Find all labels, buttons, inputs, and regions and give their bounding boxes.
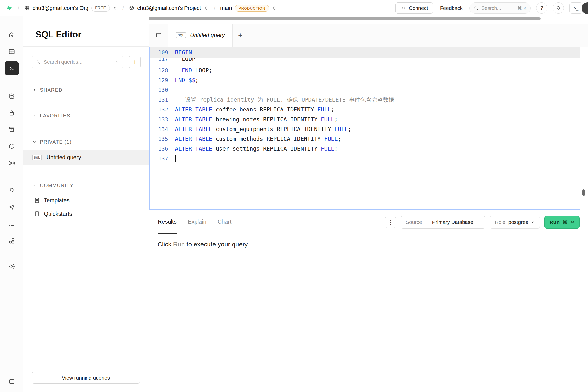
kebab-icon: ⋮ bbox=[388, 219, 394, 226]
document-icon bbox=[34, 211, 40, 217]
code-line[interactable]: 135ALTER TABLE custom_methods REPLICA ID… bbox=[150, 134, 580, 144]
sql-editor-sidebar: SQL Editor + SHARED FAVORITES PRIVATE (1… bbox=[23, 16, 149, 392]
search-icon bbox=[36, 60, 41, 64]
branch-name: main bbox=[220, 5, 232, 11]
tab-chart[interactable]: Chart bbox=[218, 210, 231, 234]
results-actions: ⋮ Source Primary Database Role postgres … bbox=[385, 210, 580, 234]
connect-button[interactable]: Connect bbox=[396, 2, 433, 14]
branch-switcher-chevrons-icon[interactable] bbox=[272, 6, 277, 10]
help-button[interactable]: ? bbox=[536, 2, 547, 14]
code-line[interactable]: 109BEGIN bbox=[150, 47, 580, 58]
run-query-button[interactable]: Run ⌘ ↵ bbox=[544, 216, 580, 228]
section-favorites[interactable]: FAVORITES bbox=[23, 108, 149, 123]
view-running-queries-button[interactable]: View running queries bbox=[32, 372, 140, 384]
help-icon: ? bbox=[540, 5, 543, 11]
sidebar-item-quickstarts[interactable]: Quickstarts bbox=[23, 207, 149, 221]
org-plan-badge: FREE bbox=[92, 5, 110, 12]
storage-icon bbox=[8, 126, 15, 133]
breadcrumb-separator: / bbox=[212, 5, 217, 12]
rail-authentication[interactable] bbox=[0, 110, 23, 116]
supabase-logo-icon[interactable] bbox=[6, 4, 13, 12]
global-search[interactable]: ⌘ K bbox=[470, 2, 531, 14]
database-selector[interactable]: Primary Database bbox=[427, 216, 485, 228]
line-number: 131 bbox=[150, 97, 168, 103]
command-key-icon: ⌘ bbox=[562, 219, 568, 225]
settings-gear-icon bbox=[8, 263, 15, 270]
rail-home[interactable] bbox=[0, 31, 23, 38]
breadcrumb-project[interactable]: chu3@gmail.com's Project bbox=[129, 5, 209, 11]
rail-reports[interactable] bbox=[0, 204, 23, 211]
rail-table-editor[interactable] bbox=[0, 48, 23, 55]
project-icon bbox=[129, 6, 134, 11]
sql-code-editor[interactable]: 109BEGIN117 LOOP128 END LOOP;129END $$;1… bbox=[150, 47, 580, 210]
section-shared[interactable]: SHARED bbox=[23, 82, 149, 97]
org-icon bbox=[24, 6, 30, 11]
line-number: 136 bbox=[150, 146, 168, 152]
new-query-button[interactable]: + bbox=[129, 56, 141, 68]
text-cursor bbox=[175, 155, 176, 162]
breadcrumb-branch[interactable]: main PRODUCTION bbox=[220, 5, 277, 12]
rail-database[interactable] bbox=[0, 93, 23, 100]
collapse-panel-button[interactable] bbox=[150, 24, 168, 46]
rail-integrations[interactable] bbox=[0, 238, 23, 244]
code-line[interactable]: 131-- 设置 replica identity 为 FULL, 确保 UPD… bbox=[150, 95, 580, 104]
code-line[interactable]: 136ALTER TABLE user_settings REPLICA IDE… bbox=[150, 144, 580, 154]
tab-results[interactable]: Results bbox=[158, 210, 177, 234]
sidebar-item-templates[interactable]: Templates bbox=[23, 194, 149, 207]
new-tab-button[interactable]: + bbox=[232, 24, 248, 46]
query-list-item[interactable]: SQL Untitled query bbox=[23, 150, 149, 165]
rail-edge-functions[interactable] bbox=[0, 143, 23, 150]
global-search-input[interactable] bbox=[482, 6, 511, 11]
code-line[interactable]: 130 bbox=[150, 85, 580, 95]
line-number: 129 bbox=[150, 77, 168, 83]
more-options-button[interactable]: ⋮ bbox=[385, 216, 396, 228]
source-selector[interactable]: Source Primary Database bbox=[400, 216, 485, 228]
auth-lock-icon bbox=[8, 110, 15, 116]
tab-explain[interactable]: Explain bbox=[188, 210, 206, 234]
search-icon bbox=[474, 6, 478, 10]
left-icon-rail bbox=[0, 16, 23, 392]
sql-badge-icon: SQL bbox=[176, 32, 186, 38]
breadcrumb-separator: / bbox=[16, 5, 21, 12]
line-number: 133 bbox=[150, 116, 168, 122]
plus-icon: + bbox=[238, 31, 242, 40]
section-community[interactable]: COMMUNITY bbox=[23, 178, 149, 193]
code-line[interactable]: 117 LOOP bbox=[150, 58, 580, 66]
rail-advisors[interactable] bbox=[0, 187, 23, 194]
line-number: 130 bbox=[150, 87, 168, 93]
sort-chevron-icon[interactable] bbox=[115, 60, 119, 64]
code-line[interactable]: 132ALTER TABLE coffee_beans REPLICA IDEN… bbox=[150, 104, 580, 114]
rail-storage[interactable] bbox=[0, 126, 23, 133]
org-name: chu3@gmail.com's Org bbox=[32, 5, 88, 11]
tab-untitled-query[interactable]: SQL Untitled query bbox=[168, 24, 232, 46]
code-line[interactable]: 134ALTER TABLE custom_equipments REPLICA… bbox=[150, 124, 580, 134]
rail-sql-editor[interactable] bbox=[0, 61, 23, 76]
section-private[interactable]: PRIVATE (1) bbox=[23, 134, 149, 149]
query-search-box[interactable] bbox=[32, 56, 124, 68]
divider bbox=[23, 101, 149, 102]
line-number: 134 bbox=[150, 126, 168, 132]
editor-vertical-scrollbar[interactable] bbox=[582, 190, 585, 196]
reports-icon bbox=[8, 204, 15, 211]
rail-logs[interactable] bbox=[0, 220, 23, 227]
code-line[interactable]: 133ALTER TABLE brewing_notes REPLICA IDE… bbox=[150, 114, 580, 124]
feedback-button[interactable]: Feedback bbox=[438, 5, 464, 11]
chevron-down-icon bbox=[530, 220, 535, 224]
code-line[interactable]: 137 bbox=[150, 154, 580, 164]
notifications-button[interactable] bbox=[553, 2, 564, 14]
rail-settings[interactable] bbox=[0, 263, 23, 270]
console-button[interactable]: >_ bbox=[570, 2, 582, 14]
project-switcher-chevrons-icon[interactable] bbox=[204, 6, 209, 10]
line-number: 128 bbox=[150, 68, 168, 74]
query-search-input[interactable] bbox=[44, 59, 112, 65]
rail-collapse[interactable] bbox=[0, 378, 23, 385]
breadcrumb-org[interactable]: chu3@gmail.com's Org FREE bbox=[24, 5, 118, 12]
code-line[interactable]: 128 END LOOP; bbox=[150, 66, 580, 75]
terminal-icon: >_ bbox=[574, 6, 578, 10]
code-line[interactable]: 129END $$; bbox=[150, 75, 580, 85]
rail-realtime[interactable] bbox=[0, 160, 23, 166]
role-selector[interactable]: Role postgres bbox=[490, 216, 540, 228]
run-keyword: Run bbox=[173, 240, 185, 248]
divider bbox=[23, 363, 149, 363]
org-switcher-chevrons-icon[interactable] bbox=[113, 6, 118, 10]
